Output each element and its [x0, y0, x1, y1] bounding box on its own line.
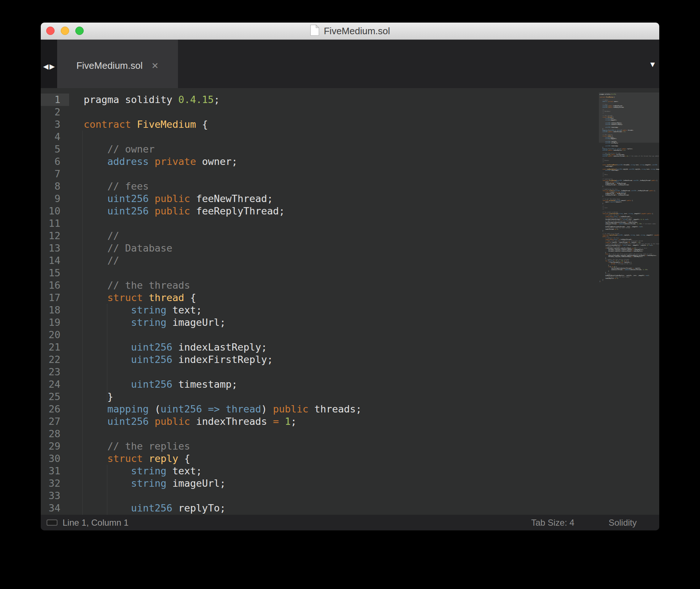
- line-number: 12: [41, 230, 69, 242]
- line-number: 20: [41, 329, 69, 341]
- line-number: 30: [41, 452, 69, 465]
- line-number: 22: [41, 353, 69, 366]
- line-number: 7: [41, 168, 69, 180]
- code-editor[interactable]: 1234567891011121314151617181920212223242…: [41, 88, 659, 515]
- line-number: 21: [41, 341, 69, 353]
- selection-mode-icon[interactable]: [47, 519, 57, 526]
- document-icon: [310, 24, 319, 37]
- status-right: Tab Size: 4 Solidity: [531, 518, 659, 528]
- nav-back-icon[interactable]: ◀: [43, 62, 48, 71]
- line-number: 34: [41, 502, 69, 514]
- status-bar: Line 1, Column 1 Tab Size: 4 Solidity: [41, 515, 659, 530]
- desktop-background: FiveMedium.sol ◀ ▶ FiveMedium.sol ✕ ▼ 12…: [0, 0, 700, 589]
- line-number: 9: [41, 193, 69, 205]
- code-line: uint256 replyTo;: [84, 502, 597, 514]
- line-number: 1: [41, 94, 69, 106]
- line-number: 16: [41, 279, 69, 292]
- line-number: 23: [41, 366, 69, 378]
- code-line: [84, 131, 597, 143]
- line-number: 8: [41, 180, 69, 193]
- line-number: 19: [41, 316, 69, 329]
- code-line: string imageUrl;: [84, 477, 597, 490]
- code-line: // owner: [84, 143, 597, 155]
- line-number: 26: [41, 403, 69, 415]
- window-titlebar[interactable]: FiveMedium.sol: [41, 23, 659, 40]
- code-line: [84, 428, 597, 440]
- line-number: 10: [41, 205, 69, 217]
- code-line: contract FiveMedium {: [84, 118, 597, 131]
- line-number: 3: [41, 118, 69, 131]
- code-line: // fees: [84, 180, 597, 193]
- code-line: string text;: [84, 465, 597, 477]
- line-number: 32: [41, 477, 69, 490]
- tab-overflow-icon[interactable]: ▼: [649, 60, 656, 69]
- line-number: 18: [41, 304, 69, 316]
- line-number: 13: [41, 242, 69, 254]
- line-number: 2: [41, 106, 69, 118]
- code-line: [84, 366, 597, 378]
- code-line: uint256 public indexThreads = 1;: [84, 415, 597, 428]
- code-line: uint256 indexFirstReply;: [84, 353, 597, 366]
- line-number-gutter: 1234567891011121314151617181920212223242…: [41, 94, 69, 514]
- code-line: [84, 217, 597, 230]
- line-number: 31: [41, 465, 69, 477]
- tab-bar: ◀ ▶ FiveMedium.sol ✕ ▼: [41, 40, 659, 88]
- code-line: //: [84, 254, 597, 267]
- code-line: [84, 168, 597, 180]
- tab-nav-strip: ◀ ▶: [41, 40, 57, 88]
- status-left: Line 1, Column 1: [41, 518, 128, 528]
- line-number: 4: [41, 131, 69, 143]
- code-line: string text;: [84, 304, 597, 316]
- code-line: pragma solidity 0.4.15;: [84, 94, 597, 106]
- cursor-position-label: Line 1, Column 1: [63, 518, 128, 528]
- code-line: // Database: [84, 242, 597, 254]
- code-line: struct thread {: [84, 292, 597, 304]
- code-line: [84, 329, 597, 341]
- code-line: uint256 indexLastReply;: [84, 341, 597, 353]
- code-line: struct reply {: [84, 452, 597, 465]
- code-line: string imageUrl;: [84, 316, 597, 329]
- line-number: 14: [41, 254, 69, 267]
- code-line: [84, 267, 597, 279]
- code-line: uint256 timestamp;: [84, 378, 597, 391]
- tab-fivemedium[interactable]: FiveMedium.sol ✕: [57, 40, 178, 88]
- minimap-code: pragma solidity 0.4.15; contract FiveMed…: [600, 94, 659, 282]
- minimap[interactable]: pragma solidity 0.4.15; contract FiveMed…: [599, 92, 659, 291]
- code-line: [84, 490, 597, 502]
- line-number: 17: [41, 292, 69, 304]
- code-line: }: [84, 391, 597, 403]
- code-line: uint256 public feeReplyThread;: [84, 205, 597, 217]
- code-line: // the threads: [84, 279, 597, 292]
- line-number: 28: [41, 428, 69, 440]
- code-line: uint256 public feeNewThread;: [84, 193, 597, 205]
- line-number: 27: [41, 415, 69, 428]
- code-area[interactable]: pragma solidity 0.4.15;contract FiveMedi…: [69, 94, 597, 514]
- syntax-indicator[interactable]: Solidity: [609, 518, 637, 528]
- line-number: 6: [41, 155, 69, 168]
- tab-close-icon[interactable]: ✕: [151, 61, 159, 71]
- code-line: address private owner;: [84, 155, 597, 168]
- code-line: //: [84, 230, 597, 242]
- line-number: 15: [41, 267, 69, 279]
- line-number: 25: [41, 391, 69, 403]
- editor-window: FiveMedium.sol ◀ ▶ FiveMedium.sol ✕ ▼ 12…: [41, 23, 659, 530]
- line-number: 24: [41, 378, 69, 391]
- line-number: 5: [41, 143, 69, 155]
- code-line: mapping (uint256 => thread) public threa…: [84, 403, 597, 415]
- code-line: // the replies: [84, 440, 597, 452]
- line-number: 11: [41, 217, 69, 230]
- window-title-group: FiveMedium.sol: [41, 23, 659, 39]
- tab-size-indicator[interactable]: Tab Size: 4: [531, 518, 574, 528]
- code-line: [84, 106, 597, 118]
- nav-forward-icon[interactable]: ▶: [49, 62, 55, 71]
- line-number: 29: [41, 440, 69, 452]
- line-number: 33: [41, 490, 69, 502]
- tab-label: FiveMedium.sol: [76, 60, 143, 71]
- window-title: FiveMedium.sol: [324, 25, 390, 37]
